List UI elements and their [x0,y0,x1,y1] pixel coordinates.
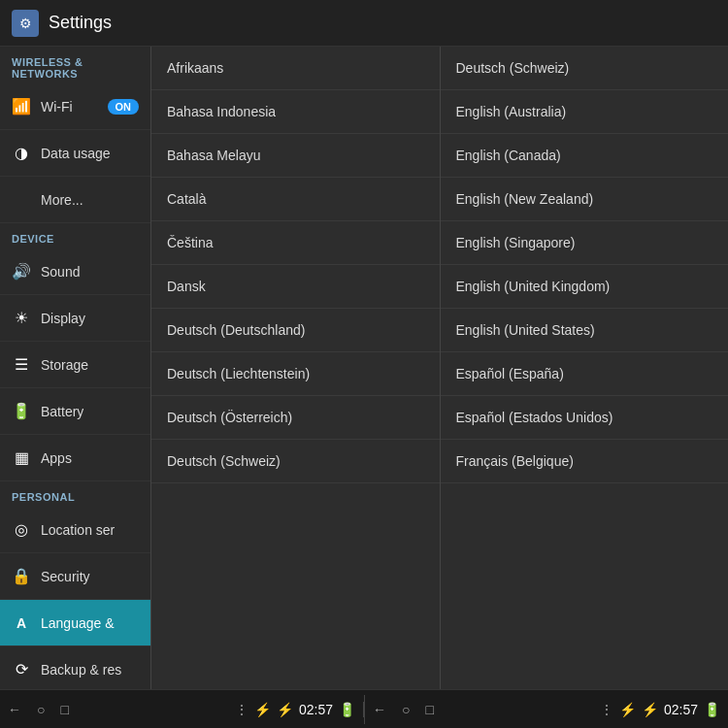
storage-icon: ☰ [12,355,31,374]
list-item[interactable]: Čeština [151,221,440,265]
battery-label: Battery [41,404,83,419]
home-icon[interactable]: ○ [37,702,45,717]
language-label: Language & [41,615,115,631]
list-item[interactable]: English (Australia) [441,90,729,134]
sync-icon: ⚡ [277,702,293,717]
language-panels: Afrikaans Bahasa Indonesia Bahasa Melayu… [150,47,728,689]
language-icon: A [12,615,31,631]
location-icon: ◎ [12,520,31,539]
display-label: Display [41,311,85,326]
sound-icon: 🔊 [12,262,31,281]
back-icon-right[interactable]: ← [373,702,386,717]
sidebar-item-apps[interactable]: ▦ Apps [0,435,150,481]
usb-icon-right: ⚡ [619,702,636,717]
sidebar-item-more[interactable]: More... [0,177,150,223]
title-bar: ⚙ Settings [0,0,728,47]
backup-icon: ⟳ [12,660,31,678]
right-language-panel: Deutsch (Schweiz) English (Australia) En… [440,47,729,689]
sidebar-item-security[interactable]: 🔒 Security [0,553,150,600]
list-item[interactable]: English (United States) [441,309,729,352]
battery-status-icon-right: 🔋 [704,702,720,717]
storage-label: Storage [41,357,88,373]
time-display-right: 02:57 [664,702,698,717]
list-item[interactable]: English (New Zealand) [441,178,729,221]
display-icon: ☀ [12,309,31,327]
status-indicators-left: ⋮ ⚡ ⚡ 02:57 🔋 [235,702,355,717]
data-usage-label: Data usage [41,146,111,161]
list-item[interactable]: English (Canada) [441,134,729,178]
more-label: More... [41,192,83,208]
sidebar-item-wifi[interactable]: 📶 Wi-Fi ON [0,83,150,130]
list-item[interactable]: Español (Estados Unidos) [441,396,729,440]
section-header-wireless: WIRELESS & NETWORKS [0,47,150,83]
security-icon: 🔒 [12,567,31,585]
list-item[interactable]: Deutsch (Schweiz) [441,47,729,90]
list-item[interactable]: Deutsch (Österreich) [151,396,440,440]
status-bar-left: ← ○ □ ⋮ ⚡ ⚡ 02:57 🔋 [0,702,364,717]
security-label: Security [41,569,90,584]
battery-status-icon: 🔋 [339,702,355,717]
time-display-left: 02:57 [299,702,333,717]
settings-app-icon: ⚙ [12,10,39,37]
status-indicators-right: ⋮ ⚡ ⚡ 02:57 🔋 [600,702,720,717]
wifi-toggle[interactable]: ON [108,99,140,115]
list-item[interactable]: Español (España) [441,352,729,396]
list-item[interactable]: Deutsch (Liechtenstein) [151,352,440,396]
menu-icon-right: ⋮ [600,702,613,717]
list-item[interactable]: Bahasa Melayu [151,134,440,178]
sidebar-item-language[interactable]: A Language & [0,600,150,646]
sidebar-item-display[interactable]: ☀ Display [0,295,150,342]
sidebar-item-location[interactable]: ◎ Location ser [0,507,150,553]
sync-icon-right: ⚡ [642,702,658,717]
backup-label: Backup & res [41,662,121,678]
menu-icon: ⋮ [235,702,248,717]
location-label: Location ser [41,522,115,538]
home-icon-right[interactable]: ○ [402,702,410,717]
left-language-panel: Afrikaans Bahasa Indonesia Bahasa Melayu… [150,47,440,689]
nav-icons: ← ○ □ [8,702,69,717]
list-item[interactable]: Français (Belgique) [441,440,729,483]
battery-icon: 🔋 [12,402,31,420]
section-header-personal: PERSONAL [0,481,150,507]
sidebar: WIRELESS & NETWORKS 📶 Wi-Fi ON ◑ Data us… [0,47,150,689]
nav-icons-right: ← ○ □ [373,702,434,717]
usb-icon: ⚡ [254,702,271,717]
sidebar-item-sound[interactable]: 🔊 Sound [0,248,150,295]
sidebar-item-data-usage[interactable]: ◑ Data usage [0,130,150,177]
page-title: Settings [49,13,112,33]
main-content: WIRELESS & NETWORKS 📶 Wi-Fi ON ◑ Data us… [0,47,728,689]
list-item[interactable]: Afrikaans [151,47,440,90]
sidebar-item-battery[interactable]: 🔋 Battery [0,388,150,435]
status-bar-right: ← ○ □ ⋮ ⚡ ⚡ 02:57 🔋 [365,702,728,717]
sound-label: Sound [41,264,80,280]
list-item[interactable]: Deutsch (Deutschland) [151,309,440,352]
list-item[interactable]: English (Singapore) [441,221,729,265]
status-bar: ← ○ □ ⋮ ⚡ ⚡ 02:57 🔋 ← ○ □ ⋮ ⚡ ⚡ 02:57 🔋 [0,689,728,728]
sidebar-item-storage[interactable]: ☰ Storage [0,342,150,388]
list-item[interactable]: English (United Kingdom) [441,265,729,309]
recents-icon-right[interactable]: □ [425,702,433,717]
wifi-icon: 📶 [12,97,31,116]
sidebar-item-backup[interactable]: ⟳ Backup & res [0,646,150,689]
list-item[interactable]: Bahasa Indonesia [151,90,440,134]
list-item[interactable]: Deutsch (Schweiz) [151,440,440,483]
back-icon[interactable]: ← [8,702,21,717]
wifi-label: Wi-Fi [41,99,73,115]
data-usage-icon: ◑ [12,144,31,162]
section-header-device: DEVICE [0,223,150,248]
recents-icon[interactable]: □ [60,702,68,717]
apps-label: Apps [41,450,72,466]
list-item[interactable]: Dansk [151,265,440,309]
apps-icon: ▦ [12,448,31,467]
list-item[interactable]: Català [151,178,440,221]
